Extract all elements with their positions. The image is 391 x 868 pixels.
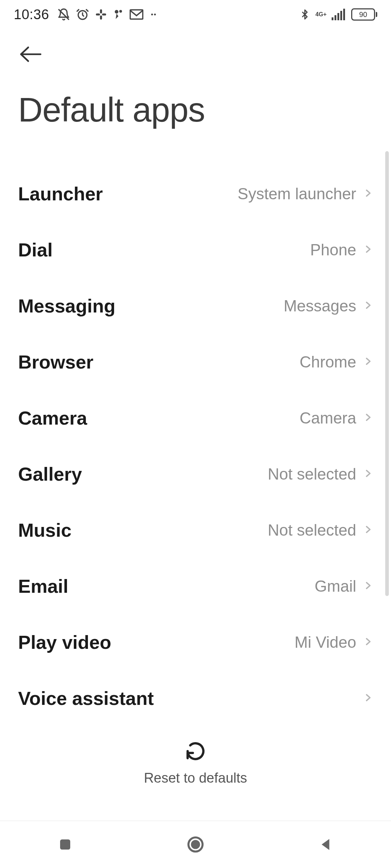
network-type-label: 4G+ — [315, 12, 327, 17]
gmail-icon — [130, 9, 143, 20]
row-value: Not selected — [268, 465, 356, 483]
svg-rect-5 — [102, 13, 106, 16]
chevron-right-icon — [363, 690, 373, 707]
row-camera[interactable]: Camera Camera — [0, 390, 391, 446]
svg-rect-3 — [100, 16, 102, 20]
svg-rect-4 — [96, 13, 100, 16]
row-browser[interactable]: Browser Chrome — [0, 334, 391, 390]
more-dots-icon — [149, 10, 158, 19]
row-gallery[interactable]: Gallery Not selected — [0, 446, 391, 502]
row-value: System launcher — [237, 185, 356, 203]
row-label: Messaging — [18, 295, 115, 317]
row-voice-assistant[interactable]: Voice assistant — [0, 670, 391, 726]
row-value: Messages — [283, 297, 356, 315]
battery-indicator: 90 — [351, 8, 377, 21]
svg-point-9 — [151, 14, 153, 16]
chevron-right-icon — [363, 578, 373, 595]
chevron-right-icon — [363, 242, 373, 258]
chevron-right-icon — [363, 522, 373, 539]
row-value: Chrome — [300, 353, 357, 371]
svg-rect-12 — [335, 15, 336, 20]
page-title: Default apps — [18, 90, 373, 129]
row-label: Music — [18, 519, 71, 541]
reset-label: Reset to defaults — [144, 770, 247, 786]
slack-icon — [95, 8, 107, 21]
row-launcher[interactable]: Launcher System launcher — [0, 166, 391, 222]
alarm-icon — [76, 8, 89, 21]
svg-point-19 — [192, 841, 199, 848]
row-value: Mi Video — [295, 633, 356, 651]
status-bar: 10:36 4G+ — [0, 0, 391, 29]
svg-rect-2 — [100, 9, 102, 13]
reset-to-defaults-button[interactable]: Reset to defaults — [0, 726, 391, 808]
chevron-right-icon — [363, 186, 373, 202]
row-label: Voice assistant — [18, 688, 154, 709]
back-button[interactable] — [18, 40, 47, 69]
svg-rect-11 — [332, 17, 333, 20]
row-value: Phone — [310, 241, 356, 259]
notification-dot-icon — [113, 8, 124, 21]
svg-point-7 — [119, 10, 122, 13]
nav-back-button[interactable] — [290, 830, 362, 859]
status-clock: 10:36 — [14, 7, 49, 22]
svg-rect-13 — [337, 13, 339, 20]
row-play-video[interactable]: Play video Mi Video — [0, 614, 391, 670]
chevron-right-icon — [363, 466, 373, 482]
row-label: Launcher — [18, 183, 103, 205]
row-messaging[interactable]: Messaging Messages — [0, 278, 391, 334]
scrollbar[interactable] — [385, 151, 389, 596]
signal-icon — [332, 9, 346, 20]
row-label: Dial — [18, 239, 52, 261]
svg-point-6 — [115, 10, 118, 14]
reset-icon — [185, 741, 206, 763]
svg-rect-17 — [60, 839, 70, 850]
row-label: Email — [18, 575, 68, 597]
chevron-right-icon — [363, 410, 373, 426]
nav-recents-button[interactable] — [29, 830, 101, 859]
row-email[interactable]: Email Gmail — [0, 558, 391, 614]
svg-point-10 — [154, 14, 156, 16]
chevron-right-icon — [363, 634, 373, 651]
row-label: Camera — [18, 407, 87, 429]
default-apps-list: Launcher System launcher Dial Phone Mess… — [0, 151, 391, 821]
svg-rect-15 — [343, 9, 345, 20]
bluetooth-icon — [299, 8, 310, 21]
svg-rect-14 — [340, 11, 342, 20]
system-nav-bar — [0, 821, 391, 868]
row-value: Gmail — [315, 577, 356, 595]
row-music[interactable]: Music Not selected — [0, 502, 391, 558]
row-label: Play video — [18, 631, 111, 653]
row-value: Camera — [300, 409, 357, 427]
bell-off-icon — [57, 8, 70, 21]
nav-home-button[interactable] — [159, 830, 232, 859]
battery-level: 90 — [359, 10, 367, 19]
row-value: Not selected — [268, 521, 356, 539]
row-dial[interactable]: Dial Phone — [0, 222, 391, 278]
chevron-right-icon — [363, 298, 373, 314]
row-label: Browser — [18, 351, 93, 373]
row-label: Gallery — [18, 463, 82, 485]
chevron-right-icon — [363, 354, 373, 370]
